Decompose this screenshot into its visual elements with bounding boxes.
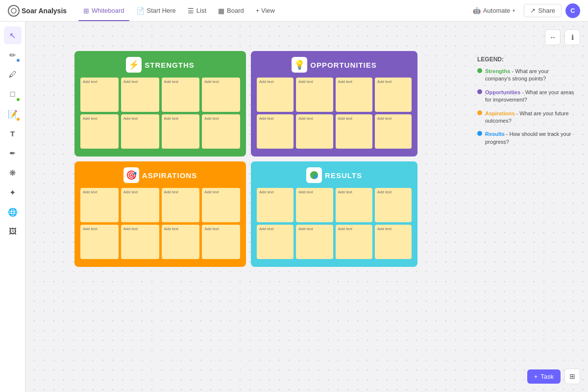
sticky-label: Add text xyxy=(164,190,197,195)
fit-screen-button[interactable]: ↔ xyxy=(545,29,561,45)
sticky-note[interactable]: Add text xyxy=(257,225,294,259)
aspirations-icon: 🎯 xyxy=(123,167,139,183)
nav-start-here[interactable]: 📄 Start Here xyxy=(131,4,181,18)
sticky-note[interactable]: Add text xyxy=(121,78,159,112)
legend-title: LEGEND: xyxy=(477,56,575,63)
sticky-label: Add text xyxy=(83,190,116,195)
sidebar-item-sparkle[interactable]: ✦ xyxy=(4,183,22,201)
sticky-note[interactable]: Add text xyxy=(336,114,372,149)
strengths-title: STRENGTHS xyxy=(145,61,195,69)
nav-start-here-label: Start Here xyxy=(147,7,176,14)
sticky-note[interactable]: Add text xyxy=(296,78,333,112)
results-grid: Add text Add text Add text Add text Add … xyxy=(257,188,412,259)
main-area: ↖ ✏ 🖊 □ 📝 T ✒ ❋ ✦ 🌐 xyxy=(0,22,588,392)
avatar-initials: C xyxy=(570,7,575,14)
sticky-note[interactable]: Add text xyxy=(375,225,412,259)
sticky-label: Add text xyxy=(83,227,116,232)
sticky-note[interactable]: Add text xyxy=(375,78,412,112)
sticky-note[interactable]: Add text xyxy=(296,188,333,222)
sticky-note[interactable]: Add text xyxy=(162,188,200,222)
sticky-label: Add text xyxy=(377,190,409,195)
sticky-note[interactable]: Add text xyxy=(121,225,159,259)
sticky-note[interactable]: Add text xyxy=(202,188,240,222)
note-icon: 📝 xyxy=(8,109,18,119)
sticky-note[interactable]: Add text xyxy=(121,114,159,149)
sidebar-item-mindmap[interactable]: ❋ xyxy=(4,164,22,182)
sticky-note[interactable]: Add text xyxy=(202,225,240,259)
results-title: RESULTS xyxy=(325,171,362,180)
sidebar-item-cursor[interactable]: ↖ xyxy=(4,26,22,44)
sidebar-item-text[interactable]: T xyxy=(4,125,22,142)
sidebar-item-pen[interactable]: 🖊 xyxy=(4,66,22,83)
legend-results-key: Results xyxy=(485,131,505,137)
sticky-note[interactable]: Add text xyxy=(296,114,333,149)
opportunities-title: OPPORTUNITIES xyxy=(310,61,377,69)
nav-list[interactable]: ☰ List xyxy=(183,4,211,18)
pencil-icon: ✏ xyxy=(9,51,16,60)
sticky-note[interactable]: Add text xyxy=(162,225,200,259)
fit-screen-icon: ↔ xyxy=(549,33,556,41)
sticky-note[interactable]: Add text xyxy=(257,188,294,222)
sticky-note[interactable]: Add text xyxy=(162,114,200,149)
sticky-note[interactable]: Add text xyxy=(80,114,119,149)
aspirations-grid: Add text Add text Add text Add text Add … xyxy=(80,188,240,259)
sticky-note[interactable]: Add text xyxy=(202,78,240,112)
legend-item-opportunities: Opportunities - What are your areas for … xyxy=(477,89,575,104)
sidebar-item-globe[interactable]: 🌐 xyxy=(4,203,22,221)
sticky-label: Add text xyxy=(204,227,238,232)
automate-button[interactable]: 🤖 Automate ▾ xyxy=(468,4,520,17)
sparkle-icon: ✦ xyxy=(9,188,16,197)
grid-view-button[interactable]: ⊞ xyxy=(564,368,580,384)
nav-whiteboard[interactable]: ⊞ Whiteboard xyxy=(78,4,129,18)
sidebar-item-note[interactable]: 📝 xyxy=(4,105,22,123)
sidebar-item-pencil[interactable]: ✏ xyxy=(4,46,22,64)
share-button[interactable]: ↗ Share xyxy=(524,4,562,17)
sticky-note[interactable]: Add text xyxy=(202,114,240,149)
sidebar-item-image[interactable]: 🖼 xyxy=(4,223,22,240)
sidebar-item-shapes[interactable]: □ xyxy=(4,85,22,103)
results-icon xyxy=(306,167,322,183)
sidebar-item-draw[interactable]: ✒ xyxy=(4,144,22,162)
sticky-note[interactable]: Add text xyxy=(336,78,372,112)
header-right: 🤖 Automate ▾ ↗ Share C xyxy=(468,3,580,18)
nav-board[interactable]: ▦ Board xyxy=(213,4,249,18)
share-label: Share xyxy=(538,7,555,14)
sticky-note[interactable]: Add text xyxy=(162,78,200,112)
sticky-note[interactable]: Add text xyxy=(121,188,159,222)
soar-board: ⚡ STRENGTHS Add text Add text Add text A… xyxy=(74,51,417,267)
sticky-note[interactable]: Add text xyxy=(80,78,119,112)
task-button[interactable]: + Task xyxy=(527,369,561,384)
sticky-note[interactable]: Add text xyxy=(336,188,372,222)
sticky-label: Add text xyxy=(259,116,291,121)
sticky-note[interactable]: Add text xyxy=(296,225,333,259)
sticky-label: Add text xyxy=(259,190,291,195)
nav-whiteboard-label: Whiteboard xyxy=(92,7,124,14)
globe-icon: 🌐 xyxy=(8,208,18,217)
sidebar: ↖ ✏ 🖊 □ 📝 T ✒ ❋ ✦ 🌐 xyxy=(0,22,25,392)
sticky-label: Add text xyxy=(259,79,291,84)
sticky-label: Add text xyxy=(338,116,370,121)
sticky-label: Add text xyxy=(298,227,330,232)
sticky-note[interactable]: Add text xyxy=(257,114,294,149)
legend-strengths-key: Strengths xyxy=(485,68,510,74)
sticky-note[interactable]: Add text xyxy=(375,114,412,149)
nav-add-view[interactable]: + View xyxy=(251,4,280,17)
sticky-note[interactable]: Add text xyxy=(336,225,372,259)
aspirations-title: ASPIRATIONS xyxy=(142,171,197,180)
sticky-note[interactable]: Add text xyxy=(257,78,294,112)
pen-icon: 🖊 xyxy=(9,70,17,79)
note-dot xyxy=(17,118,20,121)
info-icon: ℹ xyxy=(571,33,574,41)
sticky-label: Add text xyxy=(338,79,370,84)
sticky-note[interactable]: Add text xyxy=(80,188,119,222)
sticky-label: Add text xyxy=(259,227,291,232)
sticky-note[interactable]: Add text xyxy=(80,225,119,259)
user-avatar[interactable]: C xyxy=(565,3,580,18)
shapes-dot xyxy=(17,98,20,101)
draw-icon: ✒ xyxy=(9,149,16,158)
strengths-grid: Add text Add text Add text Add text Add … xyxy=(80,78,240,149)
sticky-label: Add text xyxy=(298,79,330,84)
strengths-header: ⚡ STRENGTHS xyxy=(80,57,240,73)
sticky-note[interactable]: Add text xyxy=(375,188,412,222)
info-button[interactable]: ℹ xyxy=(564,29,580,45)
